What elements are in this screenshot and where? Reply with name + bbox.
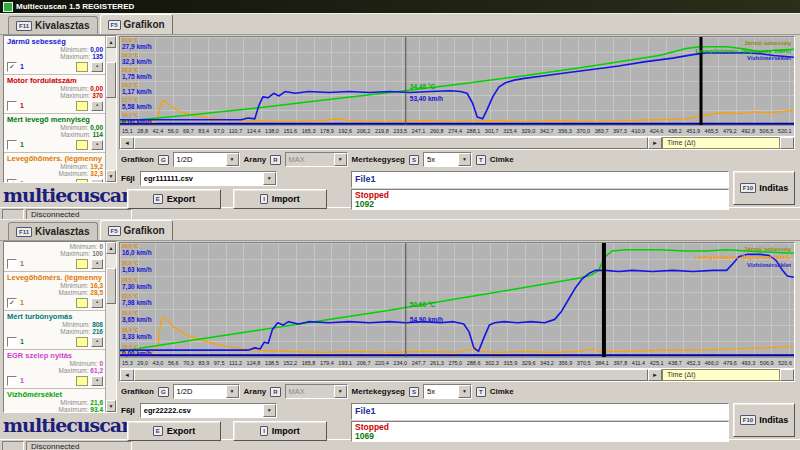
grafikon-select[interactable]: 1/2D▼ (173, 152, 240, 167)
channel-item[interactable]: Mért turbónyomás Minimum: 808 Maximum: 2… (4, 311, 105, 350)
channel-name: Vízhőmérséklet (7, 390, 103, 399)
graph-plot (120, 37, 794, 125)
chevron-down-icon[interactable]: ▼ (226, 385, 239, 398)
channel-checkbox[interactable] (7, 179, 17, 183)
channel-item[interactable]: EGR szelep nyitás Minimum: 0 Maximum: 61… (4, 350, 105, 389)
channel-color-swatch[interactable] (76, 62, 88, 72)
scroll-right-icon[interactable]: ► (648, 369, 662, 381)
import-button[interactable]: IImport (233, 189, 327, 209)
channel-color-swatch[interactable] (76, 259, 88, 269)
scroll-left-icon[interactable]: ◄ (120, 137, 134, 149)
channel-item[interactable]: Mért levegő mennyiség Minimum: 0,00 Maxi… (4, 114, 105, 153)
inditas-key-badge: F10 (740, 415, 756, 425)
chevron-down-icon[interactable]: ▼ (226, 153, 239, 166)
file-name-box[interactable]: File1 (351, 403, 729, 420)
channel-color-swatch[interactable] (76, 179, 88, 183)
channel-name: EGR szelep nyitás (7, 351, 103, 360)
scroll-down-icon[interactable]: ▼ (106, 170, 116, 182)
scrollbar-thumb[interactable] (106, 62, 116, 98)
export-button[interactable]: EExport (127, 189, 221, 209)
channel-options-button[interactable]: ▪ (91, 337, 103, 347)
channel-checkbox[interactable] (7, 62, 17, 72)
sidebar-scrollbar[interactable]: ▲ ▼ (105, 242, 116, 412)
graph-area[interactable]: 31,9 °C 27,9 km/h 29,3 °C 32,3 km/h 26,8… (120, 37, 794, 125)
channel-checkbox[interactable] (7, 376, 17, 386)
chevron-down-icon[interactable]: ▼ (458, 385, 471, 398)
x-axis-tick: 425,1 (650, 360, 664, 366)
x-axis-labels: 15,128,842,456,069,783,497,0110,7124,413… (120, 125, 794, 136)
time-axis-label: Time (Δt) (662, 369, 780, 381)
inditas-button[interactable]: F10 Inditas (733, 171, 795, 205)
channel-item[interactable]: Jármű sebesség Minimum: 0,00 Maximum: 13… (4, 36, 105, 75)
channel-minimum: Minimum: 21,6 (7, 399, 103, 406)
channel-checkbox[interactable] (7, 259, 17, 269)
tab-grafikon[interactable]: F5 Grafikon (100, 14, 173, 34)
mertekegyseg-select[interactable]: 5x▼ (423, 152, 472, 167)
import-key-badge: I (260, 194, 268, 204)
channel-color-swatch[interactable] (76, 298, 88, 308)
scroll-right-icon[interactable]: ► (648, 137, 662, 149)
import-button[interactable]: IImport (233, 421, 327, 441)
channel-name: Levegőhőmérs. (légmenny (7, 154, 103, 163)
channel-list: Minimum: 0 Maximum: 100 1 ▪ (4, 242, 105, 412)
channel-options-button[interactable]: ▪ (91, 376, 103, 386)
channel-checkbox[interactable] (7, 337, 17, 347)
channel-item[interactable]: Vízhőmérséklet Minimum: 21,6 Maximum: 93… (4, 389, 105, 412)
file-select[interactable]: egr111111.csv▼ (140, 171, 277, 186)
chevron-down-icon[interactable]: ▼ (458, 153, 471, 166)
channel-color-swatch[interactable] (76, 140, 88, 150)
x-axis-tick: 261,3 (430, 360, 444, 366)
title-bar[interactable]: Multiecuscan 1.5 REGISTERED (0, 0, 800, 13)
scrollbar-thumb[interactable] (134, 369, 648, 381)
x-axis-labels: 15,329,043,056,670,383,997,5111,2124,813… (120, 357, 794, 368)
file-section: F6jl egr22222.csv▼ EExport IImport File1… (119, 401, 795, 439)
x-axis-tick: 356,3 (558, 128, 572, 134)
arany-select: MAX▼ (285, 384, 348, 399)
scroll-up-icon[interactable]: ▲ (106, 36, 116, 48)
x-axis-tick: 151,6 (283, 128, 297, 134)
time-scrollbar[interactable]: ◄ ► Time (Δt) (120, 368, 794, 381)
channel-checkbox[interactable] (7, 298, 17, 308)
chevron-down-icon[interactable]: ▼ (263, 172, 276, 185)
channel-item[interactable]: Levegőhőmérs. (légmenny Minimum: 16,3 Ma… (4, 272, 105, 311)
x-axis-tick: 83,9 (198, 360, 209, 366)
channel-item[interactable]: Levegőhőmérs. (légmenny Minimum: 19,2 Ma… (4, 153, 105, 182)
scrollbar-thumb[interactable] (134, 137, 648, 149)
file-name-box[interactable]: File1 (351, 171, 729, 188)
tab-grafikon[interactable]: F5 Grafikon (100, 220, 173, 240)
graph-area[interactable]: 28,6 °C 16,0 km/h 26,6 °C 1,63 km/h 24,5… (120, 243, 794, 357)
tab-kivalasztas[interactable]: F11 Kivalasztas (8, 222, 98, 240)
channel-options-button[interactable]: ▪ (91, 101, 103, 111)
grafikon-select[interactable]: 1/2D▼ (173, 384, 240, 399)
channel-options-button[interactable]: ▪ (91, 179, 103, 183)
window-title: Multiecuscan 1.5 REGISTERED (16, 2, 134, 11)
channel-checkbox[interactable] (7, 140, 17, 150)
cimke-label: Cimke (490, 155, 514, 164)
channel-number: 1 (20, 260, 24, 267)
scroll-up-icon[interactable]: ▲ (106, 242, 116, 254)
inditas-button[interactable]: F10 Inditas (733, 403, 795, 437)
scrollbar-thumb[interactable] (106, 268, 116, 304)
channel-color-swatch[interactable] (76, 101, 88, 111)
export-button[interactable]: EExport (127, 421, 221, 441)
channel-options-button[interactable]: ▪ (91, 140, 103, 150)
channel-checkbox[interactable] (7, 101, 17, 111)
tab-kivalasztas[interactable]: F11 Kivalasztas (8, 16, 98, 34)
tab-key-badge: F11 (16, 21, 32, 31)
channel-item[interactable]: Motor fordulatszám Minimum: 0,00 Maximum… (4, 75, 105, 114)
channel-sidebar: Jármű sebesség Minimum: 0,00 Maximum: 13… (0, 35, 117, 207)
channel-color-swatch[interactable] (76, 376, 88, 386)
scroll-down-icon[interactable]: ▼ (106, 400, 116, 412)
channel-options-button[interactable]: ▪ (91, 62, 103, 72)
mertekegyseg-select[interactable]: 5x▼ (423, 384, 472, 399)
sidebar-scrollbar[interactable]: ▲ ▼ (105, 36, 116, 182)
channel-options-button[interactable]: ▪ (91, 298, 103, 308)
channel-options-button[interactable]: ▪ (91, 259, 103, 269)
scroll-left-icon[interactable]: ◄ (120, 369, 134, 381)
export-key-badge: E (153, 426, 163, 436)
channel-item[interactable]: Minimum: 0 Maximum: 100 1 ▪ (4, 242, 105, 272)
time-scrollbar[interactable]: ◄ ► Time (Δt) (120, 136, 794, 149)
channel-color-swatch[interactable] (76, 337, 88, 347)
chevron-down-icon[interactable]: ▼ (263, 404, 276, 417)
file-select[interactable]: egr22222.csv▼ (140, 403, 277, 418)
